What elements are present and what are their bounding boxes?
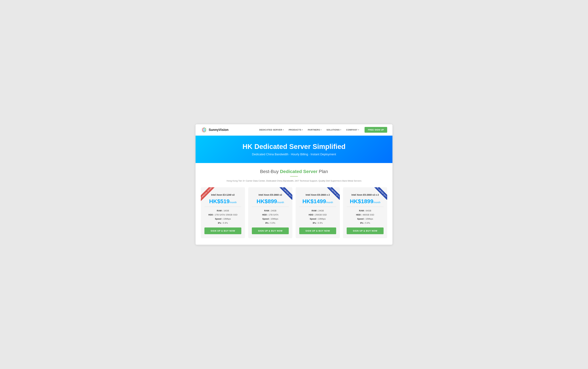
nav-products[interactable]: PRODUCTS ▾ — [287, 128, 305, 132]
card-processor-1: Intel Xeon E3-1240 v2 — [205, 194, 241, 196]
pricing-card-1: ✦ SPECIAL OFFER Intel Xeon E3-1240 v2 HK… — [201, 187, 245, 238]
card-ram-3: RAM : 24GB — [299, 209, 336, 212]
main-content: Best-Buy Dedicated Server Plan Hong Kong… — [196, 163, 392, 245]
section-description: Hong Kong Tier 3+ Carrier Data Center, D… — [201, 180, 387, 182]
logo-text: SunnyVision — [209, 128, 228, 132]
logo-icon — [201, 127, 207, 133]
pricing-card-2: ⊙ LIMITED QTY Intel Xeon E5-2660 x2 HK$8… — [248, 187, 292, 238]
card-speed-2: Speed : 10Mbps — [252, 218, 289, 220]
card-hdd-1: HDD : 1TB SATA/ 256GB SSD — [205, 214, 241, 216]
card-price-3: HK$1499/month — [299, 198, 336, 204]
nav-partners[interactable]: PARTNERS ▾ — [306, 128, 323, 132]
page-wrapper: SunnyVision DEDICATED SERVER ▾ PRODUCTS … — [196, 124, 392, 245]
chevron-down-icon: ▾ — [358, 129, 359, 131]
buy-button-3[interactable]: SIGN UP & BUY NOW — [299, 227, 336, 234]
card-hdd-3: HDD : 256GB SSD — [299, 214, 336, 216]
section-heading: Best-Buy Dedicated Server Plan — [201, 169, 387, 174]
card-processor-2: Intel Xeon E5-2660 x2 — [252, 194, 289, 196]
pricing-grid: ✦ SPECIAL OFFER Intel Xeon E3-1240 v2 HK… — [201, 187, 387, 238]
card-hdd-4: HDD : 480GB SSD — [347, 214, 383, 216]
card-processor-3: Intel Xeon E5-2660 x 2 — [299, 194, 336, 196]
navbar: SunnyVision DEDICATED SERVER ▾ PRODUCTS … — [196, 124, 392, 136]
card-ips-3: IPs : 5 IPs — [299, 222, 336, 224]
logo-area: SunnyVision — [201, 127, 228, 133]
hero-title: HK Dedicated Server Simplified — [201, 143, 387, 151]
section-heading-text: Best-Buy Dedicated Server Plan — [260, 169, 328, 174]
card-ram-2: RAM : 24GB — [252, 209, 289, 212]
card-price-4: HK$1899/month — [347, 198, 383, 204]
badge-icon: ✦ — [201, 197, 202, 199]
hero-banner: HK Dedicated Server Simplified Dedicated… — [196, 136, 392, 163]
pricing-card-3: ⊙ LIMITED QTY Intel Xeon E5-2660 x 2 HK$… — [296, 187, 340, 238]
chevron-down-icon: ▾ — [302, 129, 303, 131]
free-signup-button[interactable]: FREE SIGN UP — [365, 127, 387, 133]
chevron-down-icon: ▾ — [320, 129, 321, 131]
nav-solutions[interactable]: SOLUTIONS ▾ — [325, 128, 343, 132]
card-ips-4: IPs : 5 IPs — [347, 222, 383, 224]
card-speed-3: Speed : 10Mbps — [299, 218, 336, 220]
buy-button-1[interactable]: SIGN UP & BUY NOW — [205, 227, 241, 234]
card-ips-1: IPs : 5 IPs — [205, 222, 241, 224]
card-ips-2: IPs : 5 IPs — [252, 222, 289, 224]
card-speed-4: Speed : 10Mbps — [347, 218, 383, 220]
card-ram-4: RAM : 64GB — [347, 209, 383, 212]
section-divider — [290, 176, 298, 177]
card-speed-1: Speed : 10Mbps — [205, 218, 241, 220]
chevron-down-icon: ▾ — [340, 129, 341, 131]
nav-dedicated-server[interactable]: DEDICATED SERVER ▾ — [257, 128, 286, 132]
chevron-down-icon: ▾ — [283, 129, 284, 131]
buy-button-2[interactable]: SIGN UP & BUY NOW — [252, 227, 289, 234]
badge-icon: ⊙ — [377, 187, 379, 189]
card-hdd-2: HDD : 1TB SATA — [252, 214, 289, 216]
nav-links: DEDICATED SERVER ▾ PRODUCTS ▾ PARTNERS ▾… — [257, 127, 387, 133]
pricing-card-4: ⊙ LIMITED QTY Intel Xeon E5-2660 v2 x 2 … — [343, 187, 387, 238]
card-price-1: HK$519/month — [205, 198, 241, 204]
card-price-2: HK$899/month — [252, 198, 289, 204]
buy-button-4[interactable]: SIGN UP & BUY NOW — [347, 227, 383, 234]
badge-icon: ⊙ — [282, 187, 284, 189]
badge-icon: ⊙ — [329, 187, 331, 189]
nav-company[interactable]: COMPANY ▾ — [344, 128, 361, 132]
card-processor-4: Intel Xeon E5-2660 v2 x 2 — [347, 194, 383, 196]
card-ram-1: RAM : 16GB — [205, 209, 241, 212]
hero-subtitle: Dedicated China Bandwidth · Hourly Billi… — [201, 153, 387, 156]
